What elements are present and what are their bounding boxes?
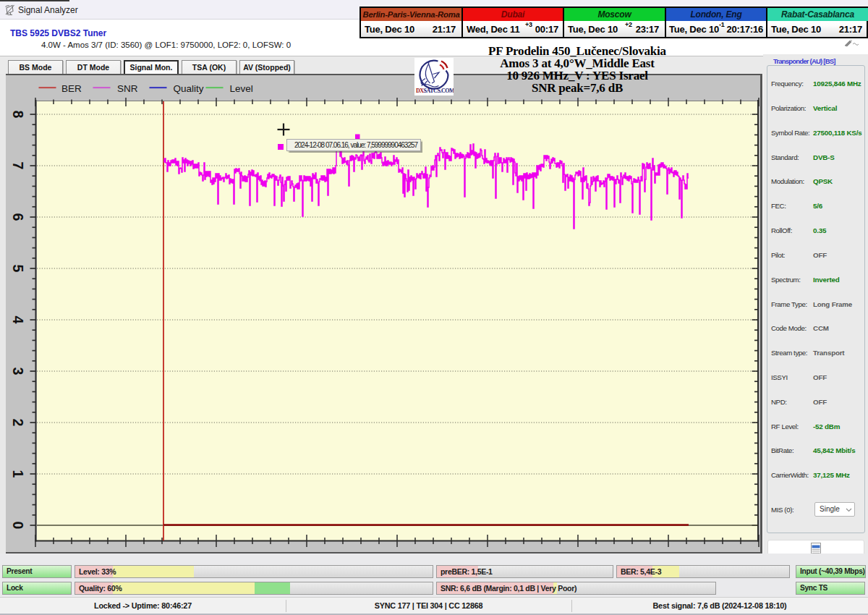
svg-text:Level: Level xyxy=(230,83,253,94)
svg-text:Quality: Quality xyxy=(174,83,204,94)
svg-text:BER: BER xyxy=(61,83,82,94)
svg-text:SATCS.COM: SATCS.COM xyxy=(424,88,454,94)
svg-text:6: 6 xyxy=(10,213,26,221)
svg-text:8: 8 xyxy=(10,111,26,119)
svg-text:3: 3 xyxy=(10,368,26,376)
svg-text:SNR: SNR xyxy=(117,83,138,94)
svg-text:4: 4 xyxy=(10,316,26,324)
svg-text:0: 0 xyxy=(10,522,26,530)
svg-text:2: 2 xyxy=(10,419,26,427)
svg-text:5: 5 xyxy=(10,265,26,273)
svg-text:7: 7 xyxy=(10,162,26,170)
svg-text:1: 1 xyxy=(10,470,26,478)
